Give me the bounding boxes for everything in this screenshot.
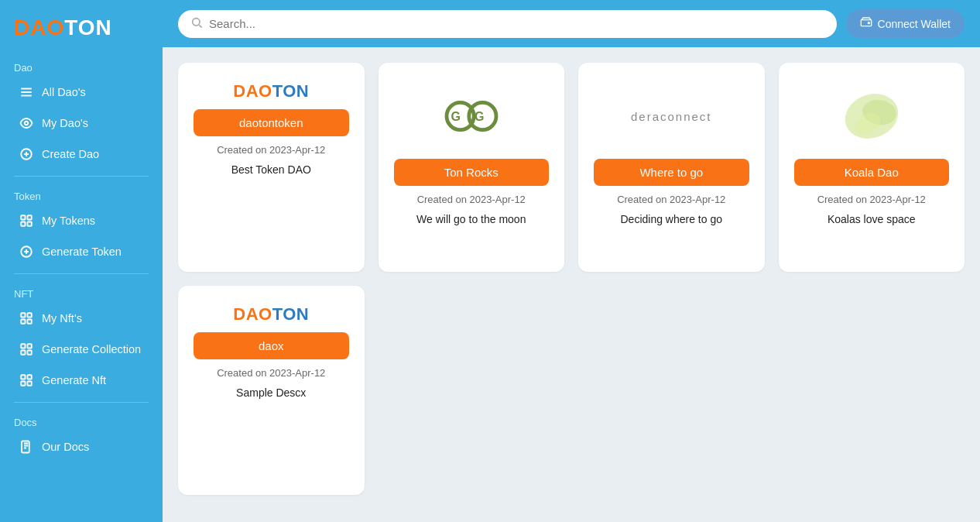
section-label-token: Token — [0, 183, 163, 205]
svg-rect-15 — [28, 313, 32, 317]
svg-rect-24 — [21, 382, 25, 386]
sidebar-label-generate-collection: Generate Collection — [42, 343, 141, 355]
connect-wallet-button[interactable]: Connect Wallet — [846, 9, 965, 38]
svg-rect-25 — [28, 382, 32, 386]
sidebar-logo: DAOTON — [0, 0, 163, 54]
sidebar-label-my-nfts: My Nft's — [42, 312, 82, 325]
card-wheretogo-desc: Deciding where to go — [620, 213, 722, 225]
sidebar-item-my-tokens[interactable]: My Tokens — [5, 206, 158, 235]
sidebar-label-generate-token: Generate Token — [42, 246, 122, 258]
svg-text:G: G — [451, 110, 460, 123]
divider-nft-docs — [14, 402, 149, 403]
svg-rect-23 — [28, 375, 32, 379]
sidebar-item-generate-nft[interactable]: Generate Nft — [5, 366, 158, 395]
card-daox-logo-dao: DAO — [233, 304, 272, 324]
card-koala: Koala Dao Created on 2023-Apr-12 Koalas … — [779, 63, 965, 272]
sidebar-label-our-docs: Our Docs — [42, 441, 89, 453]
svg-rect-16 — [21, 320, 25, 324]
svg-rect-14 — [21, 313, 25, 317]
card-tonrocks-date: Created on 2023-Apr-12 — [417, 194, 526, 205]
search-bar — [178, 10, 837, 38]
sidebar-label-my-tokens: My Tokens — [42, 215, 95, 227]
sidebar-item-all-daos[interactable]: All Dao's — [5, 77, 158, 107]
sidebar-item-my-daos[interactable]: My Dao's — [5, 108, 158, 138]
header: Connect Wallet — [163, 0, 980, 47]
sidebar-label-all-daos: All Dao's — [42, 86, 86, 98]
sidebar-item-create-dao[interactable]: Create Dao — [5, 139, 158, 169]
sidebar-item-generate-token[interactable]: Generate Token — [5, 237, 158, 266]
card-daox-logo: DAOTON — [233, 304, 309, 325]
search-icon — [190, 16, 203, 32]
card-wheretogo: deraconnect Where to go Created on 2023-… — [578, 63, 765, 272]
card-deraconnect-logo-area: deraconnect — [594, 81, 749, 151]
card-daox-desc: Sample Descx — [236, 386, 306, 399]
doc-icon — [19, 439, 34, 455]
card-daox: DAOTON daox Created on 2023-Apr-12 Sampl… — [178, 286, 365, 495]
logo-dao: DAO — [14, 15, 64, 39]
card-tonrocks: G G Ton Rocks Created on 2023-Apr-12 We … — [379, 63, 565, 272]
card-tonrocks-desc: We will go to the moon — [416, 213, 526, 225]
svg-rect-18 — [21, 344, 25, 348]
svg-rect-9 — [21, 222, 25, 226]
card-tonrocks-badge[interactable]: Ton Rocks — [394, 159, 550, 186]
search-input[interactable] — [209, 17, 824, 30]
sidebar-item-our-docs[interactable]: Our Docs — [5, 432, 158, 462]
card-logo-dao: DAO — [233, 81, 272, 101]
svg-rect-17 — [28, 320, 32, 324]
main-area: Connect Wallet DAOTON daotontoken Create… — [163, 0, 980, 522]
card-daoton-logo: DAOTON — [233, 81, 309, 101]
section-label-docs: Docs — [0, 409, 163, 431]
svg-rect-22 — [21, 375, 25, 379]
cards-row-1: DAOTON daotontoken Created on 2023-Apr-1… — [178, 63, 965, 272]
grid-icon-nft — [19, 373, 34, 388]
plus-circle-icon-dao — [19, 146, 34, 162]
card-daox-logo-ton: TON — [272, 304, 310, 324]
divider-dao-token — [14, 176, 149, 177]
card-wheretogo-badge[interactable]: Where to go — [594, 159, 749, 186]
svg-point-3 — [25, 122, 29, 125]
section-label-dao: Dao — [0, 54, 163, 77]
card-koala-badge[interactable]: Koala Dao — [794, 159, 950, 186]
cards-row-2: DAOTON daox Created on 2023-Apr-12 Sampl… — [178, 286, 965, 495]
logo-ton: TON — [64, 15, 112, 39]
grid-icon-nfts — [19, 311, 34, 326]
card-koala-desc: Koalas love space — [828, 213, 916, 225]
card-daoton-badge[interactable]: daotontoken — [194, 109, 349, 136]
card-deraconnect-text: deraconnect — [631, 110, 712, 123]
card-daoton-desc: Best Token DAO — [231, 163, 311, 176]
svg-point-29 — [868, 22, 869, 24]
sidebar-label-create-dao: Create Dao — [42, 148, 99, 160]
section-label-nft: NFT — [0, 280, 163, 303]
svg-text:G: G — [475, 110, 484, 123]
sidebar-label-my-daos: My Dao's — [42, 117, 88, 129]
wallet-icon — [860, 16, 872, 31]
sidebar: DAOTON Dao All Dao's My Dao's Create Dao… — [0, 0, 163, 522]
sidebar-item-my-nfts[interactable]: My Nft's — [5, 304, 158, 333]
sidebar-label-generate-nft: Generate Nft — [42, 374, 106, 386]
svg-rect-19 — [28, 344, 32, 348]
svg-point-27 — [193, 18, 200, 25]
card-koala-date: Created on 2023-Apr-12 — [817, 194, 926, 205]
svg-rect-20 — [21, 351, 25, 355]
svg-rect-21 — [28, 351, 32, 355]
card-tonrocks-image: G G — [394, 81, 550, 151]
connect-wallet-label: Connect Wallet — [878, 18, 951, 30]
grid-icon-tokens — [19, 213, 34, 228]
svg-rect-10 — [28, 222, 32, 226]
card-daoton-date: Created on 2023-Apr-12 — [217, 144, 325, 156]
divider-token-nft — [14, 273, 149, 274]
card-daox-date: Created on 2023-Apr-12 — [217, 367, 325, 379]
content-area: DAOTON daotontoken Created on 2023-Apr-1… — [163, 47, 980, 522]
list-icon — [19, 84, 34, 100]
card-daoton: DAOTON daotontoken Created on 2023-Apr-1… — [178, 63, 365, 272]
svg-line-28 — [199, 25, 201, 27]
card-wheretogo-date: Created on 2023-Apr-12 — [617, 194, 725, 205]
svg-rect-8 — [28, 215, 32, 219]
card-daox-badge[interactable]: daox — [194, 332, 349, 359]
sidebar-item-generate-collection[interactable]: Generate Collection — [5, 335, 158, 364]
grid-icon-collection — [19, 342, 34, 357]
card-koala-image — [794, 81, 950, 151]
eye-icon — [19, 115, 34, 131]
svg-rect-7 — [21, 215, 25, 219]
plus-circle-icon-token — [19, 244, 34, 259]
